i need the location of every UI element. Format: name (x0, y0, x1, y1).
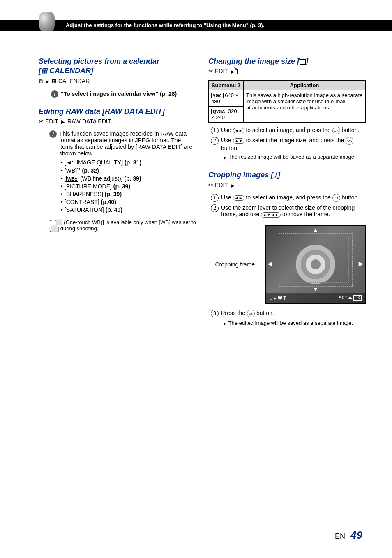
crop-icon: ⟂ (237, 182, 240, 188)
step-number-1: 1 (211, 194, 219, 202)
section-title-crop: Cropping images [⟂] (208, 170, 366, 180)
arrow-up-icon: ▲ (313, 227, 318, 233)
footer-page: 49 (350, 529, 362, 541)
left-column: Selecting pictures from a calendar[ CALE… (39, 48, 196, 330)
crop-preview: ▲ ▼ ◀ ▶ ⟂ ◆ W T SET ◆ OK (265, 225, 366, 304)
page-content: Selecting pictures from a calendar[ CALE… (0, 31, 392, 330)
tip-calendar-text: "To select images in calendar view" (p. … (61, 90, 177, 98)
arrow-down-icon: ▼ (313, 286, 318, 292)
chevron-right-icon (230, 182, 235, 188)
path-calendar: CALENDAR (39, 78, 196, 86)
calendar-icon (41, 67, 47, 75)
wb-adjust-icon: WB± (66, 176, 78, 182)
resize-icon (300, 59, 306, 65)
ok-func-button-icon: OK (332, 194, 340, 202)
path-calendar-label: CALENDAR (58, 78, 90, 84)
path-crop: EDIT ⟂ (208, 182, 366, 190)
resize-steps: 1 Use ◄► to select an image, and press t… (211, 127, 366, 161)
scissors-icon (208, 182, 213, 188)
set-ok-indicator: SET ◆ OK (339, 295, 362, 301)
bullet-wb-fine: [WB± (WB fine adjust)] (p. 39) (61, 175, 196, 182)
bullet-picture-mode: [PICTURE MODE] (p. 39) (61, 183, 196, 190)
tip-calendar: ! "To select images in calendar view" (p… (51, 90, 196, 98)
section-title-resize: Changing the image size [] (208, 57, 366, 66)
table-cell-qvga: QVGA 320 × 240 (209, 107, 244, 123)
qvga-icon: QVGA (211, 109, 226, 114)
rawedit-bullets: [◄:· IMAGE QUALITY] (p. 31) [WB]*1 (p. 3… (61, 159, 196, 213)
rawedit-body: This function saves images recorded in R… (59, 130, 196, 157)
ok-func-button-icon: OK (346, 137, 353, 145)
path-edit-label: EDIT (45, 118, 58, 125)
crop-step-1: 1 Use ◄► to select an image, and press t… (211, 194, 366, 202)
crop-step-3: 3 Press the OK button. (211, 310, 366, 317)
bullet-sharpness: [SHARPNESS] (p. 39) (61, 191, 196, 197)
info-icon: ! (49, 130, 57, 138)
up-down-icon: ▲▼ (233, 138, 244, 144)
scissors-icon (39, 118, 44, 125)
page-footer: EN 49 (335, 529, 362, 542)
playback-icon (39, 78, 43, 85)
resize-step-1-text: Use ◄► to select an image, and press the… (221, 127, 359, 134)
section-title-calendar: Selecting pictures from a calendar[ CALE… (39, 57, 196, 76)
table-cell-vga: VGA 640 × 480 (209, 90, 244, 107)
calendar-icon (52, 78, 57, 84)
dpad-icon: ▲▼◄► (261, 212, 281, 218)
crop-inner-frame (285, 237, 349, 283)
crop-figure: Cropping frame — ▲ ▼ ◀ ▶ (208, 225, 366, 304)
crop-icon: ⟂ (273, 171, 278, 179)
arrow-left-icon: ◀ (268, 260, 272, 267)
scissors-icon (208, 68, 213, 74)
bullet-wb: [WB]*1 (p. 32) (61, 167, 196, 174)
right-column: Changing the image size [] EDIT Submenu … (208, 48, 366, 330)
bullet-image-quality: [◄:· IMAGE QUALITY] (p. 31) (61, 159, 196, 166)
resize-step-1: 1 Use ◄► to select an image, and press t… (211, 127, 366, 134)
path-resize: EDIT (208, 68, 366, 76)
crop-outer-frame (279, 233, 353, 287)
table-header-application: Application (243, 81, 365, 90)
resize-note: The resized image will be saved as a sep… (223, 154, 366, 161)
step-number-3: 3 (211, 310, 219, 317)
header-text: Adjust the settings for the functions wh… (66, 22, 264, 28)
one-touch-wb-icon: ⬜ (51, 225, 58, 232)
info-icon: ! (51, 90, 58, 98)
crop-steps: 1 Use ◄► to select an image, and press t… (211, 194, 366, 218)
record-icon: ◄:· (66, 159, 75, 166)
chevron-right-icon (44, 78, 50, 84)
crop-frame-label: Cropping frame (215, 261, 255, 268)
step-number-2: 2 (211, 137, 219, 145)
left-right-icon: ◄► (233, 195, 244, 201)
path-rawedit: EDIT RAW DATA EDIT (39, 118, 196, 126)
crop-bottom-bar: ⟂ ◆ W T SET ◆ OK (266, 293, 365, 303)
rawedit-footnote: *1 [⬜ (One-touch WB)] is available only … (49, 219, 196, 232)
crop-step-1-text: Use ◄► to select an image, and press the… (221, 194, 359, 202)
step-number-1: 1 (211, 127, 219, 134)
table-header-submenu: Submenu 2 (209, 81, 244, 90)
section-title-rawedit: Editing RAW data [RAW DATA EDIT] (39, 107, 196, 116)
ok-func-button-icon: OK (247, 310, 255, 317)
table-cell-application: This saves a high-resolution image as a … (243, 90, 365, 123)
path-edit-label: EDIT (215, 182, 228, 188)
path-edit-label: EDIT (215, 68, 228, 74)
resize-table: Submenu 2 Application VGA 640 × 480 This… (208, 80, 366, 123)
chevron-right-icon (60, 118, 66, 125)
crop-step-2-text: Use the zoom lever to select the size of… (221, 204, 366, 218)
crop-step-3-text: Press the OK button. (221, 310, 274, 317)
bullet-saturation: [SATURATION] (p. 40) (61, 206, 196, 213)
arrow-right-icon: ▶ (359, 260, 363, 267)
book-icon (39, 12, 55, 31)
one-touch-wb-icon: ⬜ (56, 219, 62, 225)
ok-func-button-icon: OK (332, 127, 340, 134)
rawedit-description: ! This function saves images recorded in… (49, 130, 196, 157)
ok-box: OK (353, 295, 362, 301)
bullet-contrast: [CONTRAST] (p.40) (61, 199, 196, 205)
left-right-icon: ◄► (233, 128, 244, 133)
header-bar: Adjust the settings for the functions wh… (0, 20, 392, 31)
crop-steps-2: 3 Press the OK button. The edited image … (211, 310, 366, 327)
resize-step-2-text: Use ▲▼ to select the image size, and pre… (221, 137, 366, 151)
footer-lang: EN (335, 532, 345, 540)
pointer-line: — (257, 261, 263, 268)
resize-icon (237, 69, 243, 74)
path-rawedit-label: RAW DATA EDIT (67, 118, 111, 125)
step-number-2: 2 (211, 204, 219, 212)
resize-step-2: 2 Use ▲▼ to select the image size, and p… (211, 137, 366, 151)
